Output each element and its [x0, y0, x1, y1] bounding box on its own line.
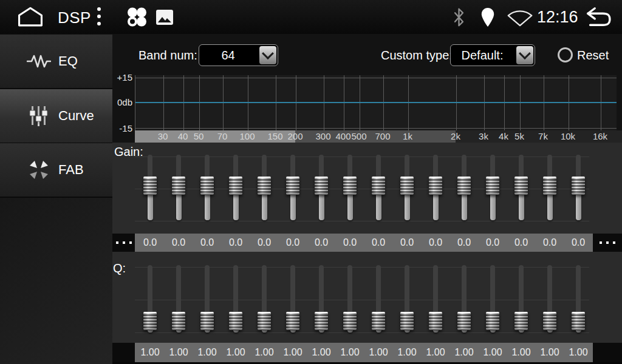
- chevron-down-icon[interactable]: [516, 46, 533, 64]
- slider-thumb[interactable]: [400, 177, 414, 195]
- q-slider-14[interactable]: [514, 265, 528, 332]
- gridline: [135, 128, 617, 129]
- gain-slider-13[interactable]: [485, 155, 500, 220]
- reset-label[interactable]: Reset: [577, 49, 609, 62]
- slider-thumb[interactable]: [315, 177, 328, 195]
- gain-value: 0.0: [279, 234, 307, 252]
- q-slider-10[interactable]: [400, 265, 414, 332]
- custom-type-label: Custom type:: [381, 49, 453, 62]
- slider-gridline: [135, 332, 589, 333]
- gain-slider-2[interactable]: [171, 155, 186, 220]
- q-value: 1.00: [393, 343, 421, 362]
- gain-slider-11[interactable]: [428, 155, 443, 220]
- q-slider-3[interactable]: [200, 265, 214, 332]
- sidebar-item-eq[interactable]: EQ: [0, 35, 112, 89]
- gain-slider-7[interactable]: [314, 155, 329, 220]
- gain-slider-1[interactable]: [143, 155, 157, 220]
- reset-radio[interactable]: [558, 47, 573, 62]
- q-slider-12[interactable]: [457, 265, 471, 332]
- slider-thumb[interactable]: [172, 177, 185, 195]
- slider-thumb[interactable]: [429, 177, 442, 195]
- freq-tick-label: 5k: [506, 130, 533, 143]
- q-slider-7[interactable]: [314, 265, 329, 332]
- slider-thumb[interactable]: [286, 177, 299, 195]
- slider-thumb[interactable]: [486, 312, 499, 330]
- home-icon[interactable]: [16, 6, 45, 28]
- gain-value: 0.0: [165, 234, 193, 252]
- gain-slider-12[interactable]: [457, 155, 471, 220]
- gallery-icon[interactable]: [156, 10, 173, 25]
- slider-thumb[interactable]: [543, 177, 556, 195]
- q-slider-8[interactable]: [343, 265, 357, 332]
- slider-thumb[interactable]: [286, 312, 299, 330]
- q-slider-2[interactable]: [171, 265, 186, 332]
- gain-scroll-left-button[interactable]: [112, 234, 135, 252]
- slider-thumb[interactable]: [457, 312, 471, 330]
- back-icon[interactable]: [581, 5, 613, 29]
- gain-slider-4[interactable]: [228, 155, 243, 220]
- gain-scroll-right-button[interactable]: [593, 234, 622, 252]
- slider-thumb[interactable]: [229, 312, 242, 330]
- slider-thumb[interactable]: [514, 177, 528, 195]
- slider-thumb[interactable]: [514, 312, 528, 330]
- freq-tick-label: 100: [234, 130, 261, 143]
- slider-thumb[interactable]: [258, 177, 271, 195]
- slider-thumb[interactable]: [315, 312, 328, 330]
- slider-thumb[interactable]: [543, 312, 556, 330]
- sidebar-item-curve[interactable]: Curve: [0, 89, 112, 144]
- q-slider-4[interactable]: [228, 265, 243, 332]
- slider-thumb[interactable]: [229, 177, 242, 195]
- slider-thumb[interactable]: [457, 177, 471, 195]
- q-slider-6[interactable]: [285, 265, 300, 332]
- slider-thumb[interactable]: [572, 312, 585, 330]
- slider-thumb[interactable]: [400, 312, 414, 330]
- gain-value: 0.0: [422, 234, 449, 252]
- gain-slider-8[interactable]: [343, 155, 357, 220]
- slider-thumb[interactable]: [372, 312, 385, 330]
- gain-slider-16[interactable]: [571, 155, 586, 220]
- q-value: 1.00: [336, 343, 364, 362]
- q-slider-9[interactable]: [371, 265, 386, 332]
- q-slider-1[interactable]: [143, 265, 157, 332]
- slider-thumb[interactable]: [429, 312, 442, 330]
- slider-thumb[interactable]: [343, 312, 357, 330]
- q-slider-16[interactable]: [571, 265, 586, 332]
- gain-slider-5[interactable]: [257, 155, 272, 220]
- slider-thumb[interactable]: [258, 312, 271, 330]
- slider-thumb[interactable]: [143, 312, 157, 330]
- q-scroll-left-button[interactable]: [112, 343, 135, 362]
- slider-thumb[interactable]: [372, 177, 385, 195]
- q-scroll-right-button[interactable]: [593, 343, 622, 362]
- slider-thumb[interactable]: [572, 177, 585, 195]
- q-value-strip: 1.001.001.001.001.001.001.001.001.001.00…: [135, 343, 593, 362]
- q-value: 1.00: [136, 343, 164, 362]
- gain-slider-15[interactable]: [542, 155, 557, 220]
- gain-slider-6[interactable]: [285, 155, 300, 220]
- band-num-select[interactable]: 64: [199, 44, 278, 66]
- q-slider-15[interactable]: [542, 265, 557, 332]
- q-slider-11[interactable]: [428, 265, 443, 332]
- gain-slider-14[interactable]: [514, 155, 528, 220]
- gain-slider-3[interactable]: [200, 155, 214, 220]
- apps-clover-icon[interactable]: [123, 7, 150, 27]
- gain-slider-10[interactable]: [400, 155, 414, 220]
- slider-thumb[interactable]: [143, 177, 157, 195]
- gain-slider-9[interactable]: [371, 155, 386, 220]
- q-slider-5[interactable]: [257, 265, 272, 332]
- gain-value: 0.0: [536, 234, 564, 252]
- slider-thumb[interactable]: [200, 177, 214, 195]
- custom-type-select[interactable]: Default:: [450, 44, 535, 66]
- overflow-menu-icon[interactable]: [97, 7, 101, 25]
- dsp-screen: DSP: [0, 0, 622, 364]
- slider-thumb[interactable]: [486, 177, 499, 195]
- slider-thumb[interactable]: [172, 312, 185, 330]
- freq-tick-label: 200: [282, 130, 309, 143]
- slider-thumb[interactable]: [343, 177, 357, 195]
- slider-thumb[interactable]: [200, 312, 214, 330]
- gain-value: 0.0: [222, 234, 250, 252]
- sidebar-item-fab[interactable]: FAB: [0, 143, 112, 198]
- freq-tick-label: 16k: [587, 130, 613, 143]
- freq-tick-label: 1k: [394, 130, 421, 143]
- chevron-down-icon[interactable]: [259, 46, 276, 64]
- q-slider-13[interactable]: [485, 265, 500, 332]
